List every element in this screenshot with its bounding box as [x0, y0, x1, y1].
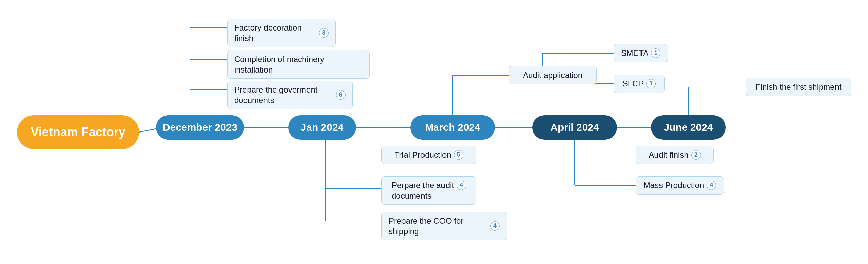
task-label: Trial Production	[394, 149, 451, 160]
task-badge: 1	[646, 79, 656, 88]
task-badge: 4	[707, 181, 716, 190]
task-label: SLCP	[623, 78, 644, 89]
milestone-january[interactable]: Jan 2024	[288, 115, 356, 140]
task-audit-finish[interactable]: Audit finish 2	[636, 146, 714, 164]
task-first-shipment[interactable]: Finish the first shipment	[746, 78, 851, 96]
task-label: Finish the first shipment	[755, 82, 841, 92]
task-label: Prepare the COO for shipping	[389, 216, 488, 237]
task-badge: 6	[336, 90, 346, 100]
task-badge: 2	[691, 150, 701, 160]
milestone-june[interactable]: June 2024	[651, 115, 726, 140]
task-label: Mass Production	[644, 180, 704, 190]
milestone-december[interactable]: December 2023	[156, 115, 244, 140]
task-label: Completion of machinery installation	[234, 54, 362, 75]
task-smeta[interactable]: SMETA 1	[614, 44, 668, 62]
task-label: Perpare the audit documents	[392, 180, 454, 201]
task-badge: 4	[490, 221, 500, 231]
mindmap-canvas: Vietnam Factory December 2023 Jan 2024 M…	[0, 0, 868, 264]
task-badge: 1	[651, 48, 660, 58]
task-audit-application[interactable]: Audit application	[509, 66, 597, 84]
task-badge: 5	[454, 150, 463, 160]
milestone-march[interactable]: March 2024	[410, 115, 495, 140]
task-audit-documents[interactable]: Perpare the audit documents 4	[381, 176, 476, 205]
task-factory-decoration[interactable]: Factory decoration finish 3	[227, 19, 336, 47]
task-trial-production[interactable]: Trial Production 5	[381, 146, 476, 164]
task-label: Audit finish	[649, 149, 688, 160]
task-government-documents[interactable]: Prepare the goverment documents 6	[227, 81, 353, 109]
root-node: Vietnam Factory	[17, 115, 139, 149]
task-badge: 3	[319, 28, 329, 38]
task-machinery-installation[interactable]: Completion of machinery installation	[227, 50, 370, 79]
task-label: Factory decoration finish	[234, 22, 316, 43]
task-mass-production[interactable]: Mass Production 4	[636, 176, 724, 195]
task-slcp[interactable]: SLCP 1	[614, 75, 665, 93]
task-coo-shipping[interactable]: Prepare the COO for shipping 4	[381, 212, 507, 240]
milestone-april[interactable]: April 2024	[532, 115, 617, 140]
task-label: SMETA	[621, 48, 649, 58]
task-label: Prepare the goverment documents	[234, 84, 333, 105]
task-label: Audit application	[523, 70, 583, 80]
task-badge: 4	[457, 181, 466, 190]
